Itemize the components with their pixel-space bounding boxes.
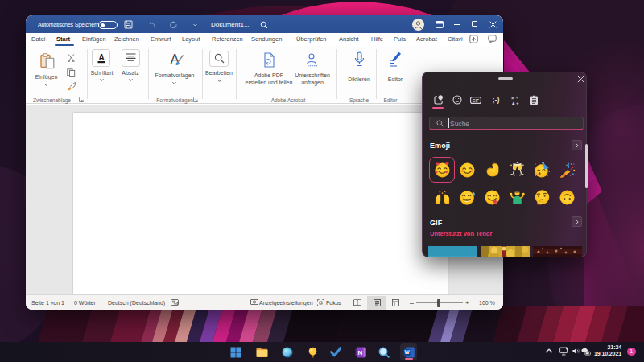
svg-text:GIF: GIF bbox=[473, 98, 479, 103]
svg-text:N: N bbox=[357, 349, 362, 356]
svg-text:+: + bbox=[516, 101, 519, 105]
svg-text:;-): ;-) bbox=[493, 96, 500, 104]
svg-text:W: W bbox=[404, 349, 410, 355]
svg-text:÷: ÷ bbox=[516, 95, 518, 100]
svg-text:A: A bbox=[98, 53, 104, 62]
svg-text:▲: ▲ bbox=[511, 101, 516, 105]
